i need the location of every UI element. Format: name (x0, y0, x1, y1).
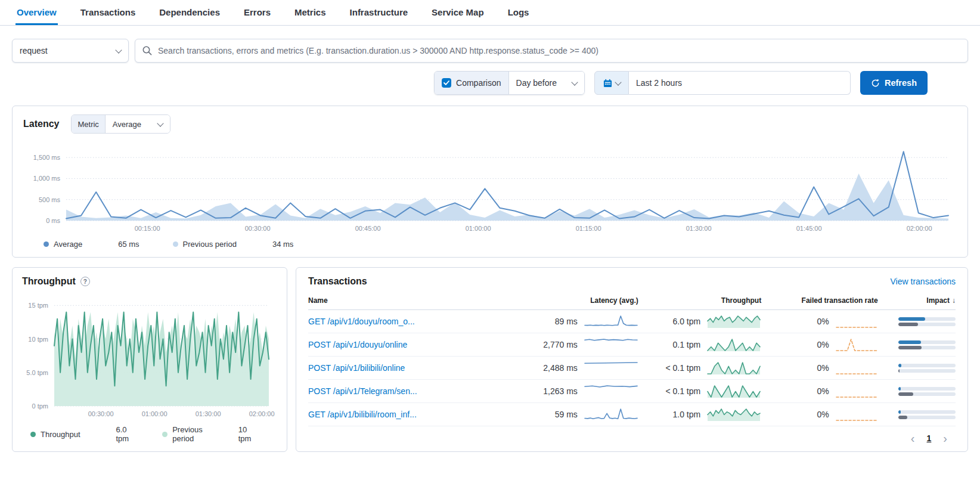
tab-service-map[interactable]: Service Map (430, 0, 485, 25)
legend-value: 6.0 tpm (116, 425, 129, 443)
metric-label: Metric (72, 115, 104, 133)
sort-desc-icon: ↓ (952, 296, 956, 305)
throughput-value: 6.0 tpm (672, 317, 700, 326)
svg-text:1,500 ms: 1,500 ms (33, 154, 61, 161)
latency-sparkline (584, 360, 638, 376)
svg-text:1,000 ms: 1,000 ms (33, 175, 61, 182)
help-icon[interactable]: ? (80, 277, 90, 286)
search-bar: request (12, 39, 968, 63)
throughput-chart: 0 tpm5.0 tpm10 tpm15 tpm00:30:0001:00:00… (22, 293, 277, 419)
column-throughput[interactable]: Throughput (638, 292, 761, 310)
pagination-prev-icon[interactable]: ‹ (911, 432, 915, 444)
failed-rate-value: 0% (817, 317, 829, 326)
table-row: POST /api/v1/Telegram/sen... 1,263 ms < … (308, 380, 956, 403)
svg-text:02:00:00: 02:00:00 (249, 410, 275, 417)
latency-legend: Average 65 ms Previous period 34 ms (23, 234, 957, 252)
svg-text:02:00:00: 02:00:00 (907, 225, 932, 232)
svg-text:0 tpm: 0 tpm (32, 402, 48, 410)
latency-metric-select[interactable]: Average (105, 115, 170, 133)
legend-dot-throughput (30, 432, 36, 437)
latency-sparkline (584, 337, 638, 352)
transaction-link[interactable]: POST /api/v1/bilibili/online (308, 363, 487, 373)
tab-logs[interactable]: Logs (507, 0, 531, 25)
column-latency[interactable]: Latency (avg.) (503, 292, 638, 310)
failed-rate-value: 0% (817, 410, 829, 419)
search-icon (142, 45, 153, 56)
legend-item-previous-period[interactable]: Previous period 34 ms (173, 240, 294, 249)
refresh-label: Refresh (885, 78, 917, 88)
tab-infrastructure[interactable]: Infrastructure (349, 0, 410, 25)
column-failed-rate[interactable]: Failed transaction rate (761, 292, 877, 310)
time-controls: Comparison Day before (0, 71, 980, 95)
legend-item-average[interactable]: Average 65 ms (44, 240, 139, 249)
failed-rate-sparkline (835, 383, 878, 399)
failed-rate-value: 0% (817, 340, 829, 349)
comparison-period-select[interactable]: Day before (508, 72, 584, 94)
latency-sparkline (584, 314, 638, 329)
svg-text:01:30:00: 01:30:00 (686, 225, 712, 232)
tab-transactions[interactable]: Transactions (79, 0, 137, 25)
impact-bar (898, 387, 956, 396)
svg-text:01:45:00: 01:45:00 (796, 225, 822, 232)
legend-dot-average (44, 241, 49, 247)
throughput-legend: Throughput 6.0 tpm Previous period 10 tp… (22, 419, 277, 447)
column-name[interactable]: Name (308, 292, 503, 310)
legend-dot-previous (162, 432, 168, 437)
latency-value: 2,488 ms (543, 363, 578, 373)
comparison-checkbox[interactable]: Comparison (435, 72, 508, 94)
svg-text:15 tpm: 15 tpm (28, 302, 48, 309)
legend-value: 34 ms (272, 240, 293, 249)
svg-text:500 ms: 500 ms (39, 196, 61, 203)
checkbox-checked-icon (442, 78, 451, 88)
pagination-next-icon[interactable]: › (943, 432, 947, 444)
chevron-down-icon (615, 79, 621, 85)
apm-overview-page: Overview Transactions Dependencies Error… (0, 0, 980, 452)
latency-panel: Latency Metric Average 0 ms500 ms1,000 m… (12, 106, 968, 258)
refresh-button[interactable]: Refresh (860, 71, 928, 95)
pagination: ‹ 1 › (308, 426, 956, 448)
chevron-down-icon (157, 120, 163, 126)
column-impact[interactable]: Impact ↓ (878, 292, 956, 310)
tab-errors[interactable]: Errors (243, 0, 272, 25)
throughput-value: 1.0 tpm (672, 410, 700, 419)
svg-text:00:30:00: 00:30:00 (245, 225, 271, 232)
table-header-row: Name Latency (avg.) Throughput Failed tr… (308, 292, 956, 310)
legend-item-throughput[interactable]: Throughput 6.0 tpm (30, 425, 129, 443)
transaction-link[interactable]: GET /api/v1/bilibili/room_inf... (308, 410, 487, 419)
pagination-page-1[interactable]: 1 (927, 433, 932, 443)
time-range-input[interactable] (629, 71, 851, 95)
transactions-table: Name Latency (avg.) Throughput Failed tr… (308, 292, 956, 426)
svg-text:00:15:00: 00:15:00 (135, 225, 160, 232)
tab-metrics[interactable]: Metrics (293, 0, 327, 25)
latency-title: Latency (23, 119, 59, 129)
svg-text:0 ms: 0 ms (46, 217, 60, 224)
time-picker-group (594, 71, 851, 95)
throughput-sparkline (706, 407, 761, 422)
search-scope-select[interactable]: request (12, 39, 129, 63)
transaction-link[interactable]: POST /api/v1/Telegram/sen... (308, 386, 487, 396)
legend-dot-previous (173, 241, 178, 247)
transaction-link[interactable]: GET /api/v1/douyu/room_o... (308, 317, 487, 326)
transaction-link[interactable]: POST /api/v1/douyu/online (308, 340, 487, 349)
latency-chart: 0 ms500 ms1,000 ms1,500 ms00:15:0000:30:… (23, 143, 957, 234)
table-row: POST /api/v1/bilibili/online 2,488 ms < … (308, 357, 956, 380)
failed-rate-value: 0% (817, 363, 829, 373)
latency-metric-value: Average (113, 120, 141, 129)
legend-item-previous-period[interactable]: Previous period 10 tpm (162, 425, 251, 443)
latency-metric-control: Metric Average (71, 114, 170, 134)
tab-overview[interactable]: Overview (15, 0, 58, 25)
date-picker-button[interactable] (594, 71, 629, 95)
legend-label: Previous period (172, 425, 203, 443)
chevron-down-icon (115, 47, 122, 53)
tab-dependencies[interactable]: Dependencies (158, 0, 221, 25)
svg-text:00:30:00: 00:30:00 (88, 410, 114, 417)
svg-text:01:15:00: 01:15:00 (576, 225, 601, 232)
transactions-title: Transactions (308, 276, 367, 287)
refresh-icon (871, 79, 880, 88)
search-input[interactable] (135, 39, 968, 63)
legend-label: Throughput (41, 430, 80, 439)
latency-value: 2,770 ms (543, 340, 578, 349)
impact-bar (898, 410, 956, 419)
view-transactions-link[interactable]: View transactions (891, 277, 956, 286)
throughput-value: 0.1 tpm (672, 340, 700, 349)
